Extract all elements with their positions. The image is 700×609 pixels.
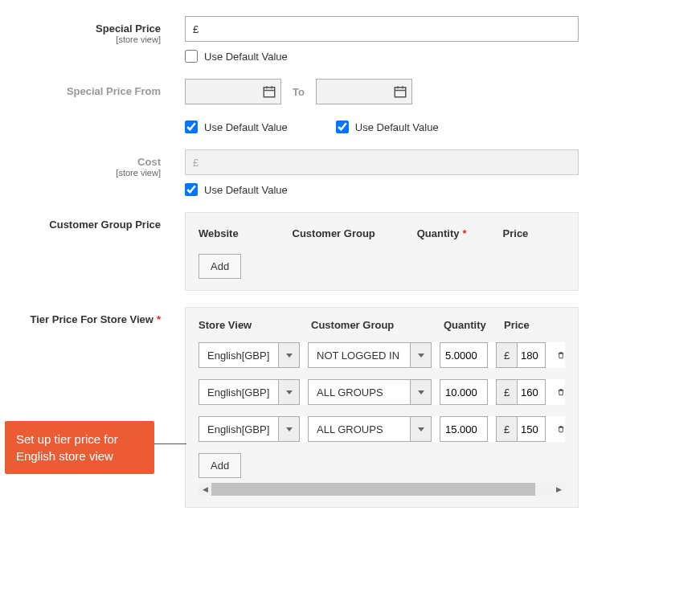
chevron-down-icon <box>418 390 424 394</box>
field-customer-group-price: Customer Group Price Website Customer Gr… <box>0 212 652 291</box>
label-cost: Cost [store view] <box>0 149 185 196</box>
tier-header: Store View Customer Group Quantity Price <box>199 319 565 331</box>
cgp-add-button[interactable]: Add <box>199 254 241 279</box>
store-select[interactable]: English[GBP] <box>199 342 300 368</box>
date-to-udv[interactable]: Use Default Value <box>336 121 439 133</box>
scroll-right-icon[interactable]: ▶ <box>552 483 565 496</box>
tier-row: English[GBP] ALL GROUPS £ <box>199 379 565 405</box>
label-cgp: Customer Group Price <box>0 212 185 291</box>
qty-input[interactable] <box>440 416 488 442</box>
field-cost: Cost [store view] £ Use Default Value <box>0 149 652 196</box>
label-text: Special Price From <box>67 85 161 97</box>
col-website: Website <box>199 224 285 243</box>
currency-symbol: £ <box>496 416 517 442</box>
tier-grid: Store View Customer Group Quantity Price… <box>185 307 579 508</box>
scrollbar-thumb[interactable] <box>211 483 535 496</box>
special-price-udv[interactable]: Use Default Value <box>185 50 579 63</box>
tier-row: English[GBP] ALL GROUPS £ <box>199 416 565 442</box>
label-scope: [store view] <box>0 35 161 44</box>
group-select-toggle[interactable] <box>411 342 432 368</box>
date-to-udv-checkbox[interactable] <box>336 121 349 133</box>
col-price: Price <box>503 224 565 243</box>
group-select[interactable]: NOT LOGGED IN <box>308 342 432 368</box>
store-select-value[interactable]: English[GBP] <box>199 379 279 405</box>
field-tier-price: Tier Price For Store View* Store View Cu… <box>0 307 652 508</box>
callout-line2: English store view <box>16 448 143 464</box>
trash-icon[interactable] <box>557 419 565 439</box>
currency-symbol: £ <box>496 379 517 405</box>
special-price-input[interactable] <box>185 16 579 42</box>
label-text: Customer Group Price <box>49 219 161 231</box>
col-group: Customer Group <box>293 224 409 243</box>
label-text: Special Price <box>96 22 161 35</box>
chevron-down-icon <box>286 427 293 431</box>
group-select-toggle[interactable] <box>411 379 432 405</box>
cost-udv[interactable]: Use Default Value <box>185 183 579 196</box>
label-text: Cost <box>137 156 161 168</box>
date-from-udv[interactable]: Use Default Value <box>185 121 288 133</box>
group-select-value[interactable]: ALL GROUPS <box>308 416 411 442</box>
tier-add-button[interactable]: Add <box>199 453 241 478</box>
store-select-toggle[interactable] <box>279 379 300 405</box>
qty-input[interactable] <box>440 342 488 368</box>
chevron-down-icon <box>286 390 293 394</box>
col-qty: Quantity <box>444 319 496 331</box>
cost-input <box>185 149 579 175</box>
store-select-toggle[interactable] <box>279 416 300 442</box>
store-select[interactable]: English[GBP] <box>199 379 300 405</box>
price-input-wrap: £ <box>496 379 546 405</box>
group-select[interactable]: ALL GROUPS <box>308 416 432 442</box>
price-input[interactable] <box>517 416 546 442</box>
col-price: Price <box>504 319 552 331</box>
special-price-udv-checkbox[interactable] <box>185 50 198 63</box>
chevron-down-icon <box>286 354 293 358</box>
store-select-toggle[interactable] <box>279 342 300 368</box>
cost-udv-checkbox[interactable] <box>185 183 198 196</box>
label-text: Tier Price For Store View <box>31 313 154 325</box>
label-scope: [store view] <box>0 168 161 178</box>
callout-tooltip: Set up tier price for English store view <box>5 421 154 474</box>
udv-label: Use Default Value <box>204 51 288 63</box>
currency-symbol: £ <box>193 157 199 169</box>
trash-icon[interactable] <box>557 382 565 402</box>
group-select-toggle[interactable] <box>411 416 432 442</box>
udv-label: Use Default Value <box>204 184 288 196</box>
chevron-down-icon <box>418 427 424 431</box>
cgp-header: Website Customer Group Quantity* Price <box>199 224 565 243</box>
price-input-wrap: £ <box>496 416 546 442</box>
date-from-udv-checkbox[interactable] <box>185 121 198 133</box>
qty-input[interactable] <box>440 379 488 405</box>
price-input[interactable] <box>517 342 546 368</box>
tier-row: English[GBP] NOT LOGGED IN £ <box>199 342 565 368</box>
field-special-from: Special Price From To Use Default Value <box>0 79 652 133</box>
date-to-wrap[interactable] <box>316 79 412 104</box>
col-qty: Quantity* <box>417 224 495 243</box>
col-store: Store View <box>199 319 303 331</box>
trash-icon[interactable] <box>557 345 565 365</box>
chevron-down-icon <box>418 354 424 358</box>
date-from-input[interactable] <box>185 79 281 104</box>
label-special-from: Special Price From <box>0 79 185 133</box>
callout-connector <box>154 443 186 444</box>
date-from-wrap[interactable] <box>185 79 281 104</box>
currency-symbol: £ <box>496 342 517 368</box>
horizontal-scrollbar[interactable]: ◀ ▶ <box>199 483 565 496</box>
field-special-price: Special Price [store view] £ Use Default… <box>0 16 652 63</box>
label-tier: Tier Price For Store View* <box>0 307 185 508</box>
group-select[interactable]: ALL GROUPS <box>308 379 432 405</box>
store-select-value[interactable]: English[GBP] <box>199 416 279 442</box>
cgp-grid: Website Customer Group Quantity* Price A… <box>185 212 579 291</box>
store-select[interactable]: English[GBP] <box>199 416 300 442</box>
col-group: Customer Group <box>311 319 436 331</box>
to-label: To <box>293 86 305 98</box>
date-to-input[interactable] <box>316 79 412 104</box>
scroll-left-icon[interactable]: ◀ <box>199 483 211 496</box>
group-select-value[interactable]: NOT LOGGED IN <box>308 342 411 368</box>
price-input[interactable] <box>517 379 546 405</box>
store-select-value[interactable]: English[GBP] <box>199 342 279 368</box>
currency-symbol: £ <box>193 23 199 35</box>
price-input-wrap: £ <box>496 342 546 368</box>
group-select-value[interactable]: ALL GROUPS <box>308 379 411 405</box>
callout-line1: Set up tier price for <box>16 431 143 448</box>
label-special-price: Special Price [store view] <box>0 16 185 63</box>
